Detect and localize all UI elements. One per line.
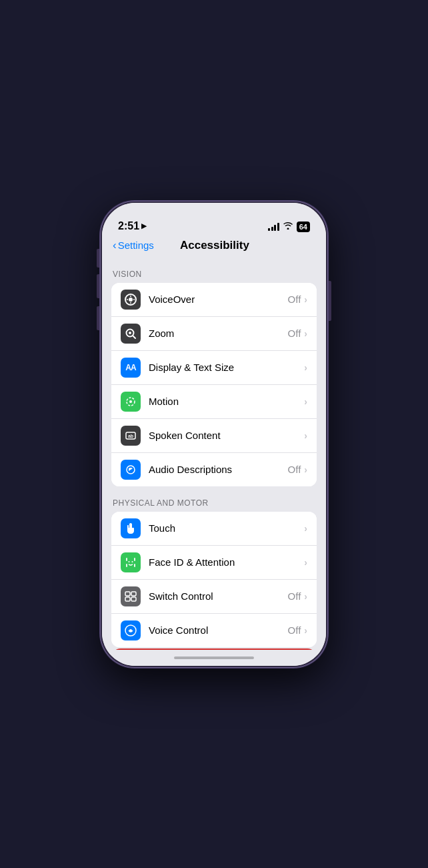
svg-point-11 xyxy=(132,561,133,562)
zoom-row[interactable]: Zoom Off › xyxy=(111,317,317,351)
switch-control-chevron: › xyxy=(304,591,307,602)
audio-desc-row[interactable]: Audio Descriptions Off › xyxy=(111,453,317,486)
spoken-content-label: Spoken Content xyxy=(149,430,304,441)
voice-control-icon xyxy=(121,620,141,640)
audio-desc-value: Off xyxy=(288,464,301,475)
faceid-chevron: › xyxy=(304,557,307,568)
svg-line-4 xyxy=(133,336,135,338)
back-label: Settings xyxy=(118,240,154,251)
physical-group: Touch › xyxy=(111,512,317,647)
display-text-icon: AA xyxy=(121,358,141,378)
back-button[interactable]: ‹ Settings xyxy=(113,239,154,252)
faceid-label: Face ID & Attention xyxy=(149,556,304,568)
svg-rect-13 xyxy=(131,592,136,596)
voice-control-value: Off xyxy=(288,624,301,636)
status-time: 2:51 ▶ xyxy=(118,220,147,232)
voiceover-icon xyxy=(121,290,141,310)
touch-row[interactable]: Touch › xyxy=(111,512,317,546)
power-button[interactable] xyxy=(329,281,331,321)
touch-icon xyxy=(121,518,141,538)
voiceover-chevron: › xyxy=(304,294,307,305)
physical-section-label: PHYSICAL AND MOTOR xyxy=(102,486,326,512)
audio-desc-icon xyxy=(121,460,141,480)
svg-point-3 xyxy=(129,332,131,334)
signal-icon xyxy=(268,223,279,231)
display-text-chevron: › xyxy=(304,362,307,373)
svg-rect-12 xyxy=(125,592,130,596)
voice-control-chevron: › xyxy=(304,625,307,636)
phone-screen: 2:51 ▶ 64 xyxy=(102,203,326,666)
faceid-row[interactable]: Face ID & Attention › xyxy=(111,546,317,580)
battery-level: 64 xyxy=(299,223,307,231)
status-indicators: 64 xyxy=(268,222,310,232)
battery-indicator: 64 xyxy=(297,222,310,232)
silent-button[interactable] xyxy=(97,249,99,268)
switch-control-value: Off xyxy=(288,590,301,602)
svg-rect-15 xyxy=(131,597,136,601)
wifi-icon xyxy=(283,222,293,232)
touch-chevron: › xyxy=(304,523,307,534)
status-bar: 2:51 ▶ 64 xyxy=(102,203,326,236)
touch-label: Touch xyxy=(149,522,304,534)
svg-text:ab: ab xyxy=(128,434,133,438)
voiceover-row[interactable]: VoiceOver Off › xyxy=(111,283,317,317)
volume-up-button[interactable] xyxy=(97,274,99,298)
vision-group: VoiceOver Off › Zoom Off › xyxy=(111,283,317,486)
settings-scroll-area[interactable]: VISION VoiceOver Off › xyxy=(102,258,326,650)
svg-point-6 xyxy=(129,400,132,403)
switch-control-label: Switch Control xyxy=(149,590,288,602)
motion-row[interactable]: Motion › xyxy=(111,385,317,419)
faceid-icon xyxy=(121,552,141,572)
switch-control-icon xyxy=(121,586,141,606)
home-bar xyxy=(174,657,254,659)
voiceover-value: Off xyxy=(288,294,301,305)
zoom-label: Zoom xyxy=(149,328,288,339)
back-chevron-icon: ‹ xyxy=(113,239,117,252)
voiceover-label: VoiceOver xyxy=(149,294,288,305)
page-title: Accessibility xyxy=(154,239,275,252)
spoken-content-row[interactable]: ab Spoken Content › xyxy=(111,419,317,453)
zoom-icon xyxy=(121,324,141,344)
audio-desc-label: Audio Descriptions xyxy=(149,464,288,475)
switch-control-row[interactable]: Switch Control Off › xyxy=(111,580,317,614)
location-icon: ▶ xyxy=(141,222,147,230)
voice-control-row[interactable]: Voice Control Off › xyxy=(111,614,317,647)
phone-frame: 2:51 ▶ 64 xyxy=(100,201,328,668)
zoom-chevron: › xyxy=(304,328,307,339)
home-indicator xyxy=(102,650,326,666)
svg-rect-14 xyxy=(125,597,130,601)
svg-point-17 xyxy=(129,629,132,632)
spoken-content-icon: ab xyxy=(121,426,141,446)
spoken-content-chevron: › xyxy=(304,430,307,441)
volume-down-button[interactable] xyxy=(97,306,99,330)
display-text-row[interactable]: AA Display & Text Size › xyxy=(111,351,317,385)
motion-label: Motion xyxy=(149,396,304,407)
time-display: 2:51 xyxy=(118,220,139,232)
vision-section-label: VISION xyxy=(102,258,326,283)
audio-desc-chevron: › xyxy=(304,464,307,475)
svg-point-10 xyxy=(129,561,130,562)
motion-chevron: › xyxy=(304,396,307,407)
voice-control-label: Voice Control xyxy=(149,624,288,636)
svg-point-1 xyxy=(129,298,133,302)
zoom-value: Off xyxy=(288,328,301,339)
navigation-bar: ‹ Settings Accessibility xyxy=(102,236,326,258)
motion-icon xyxy=(121,392,141,412)
display-text-label: Display & Text Size xyxy=(149,362,304,373)
